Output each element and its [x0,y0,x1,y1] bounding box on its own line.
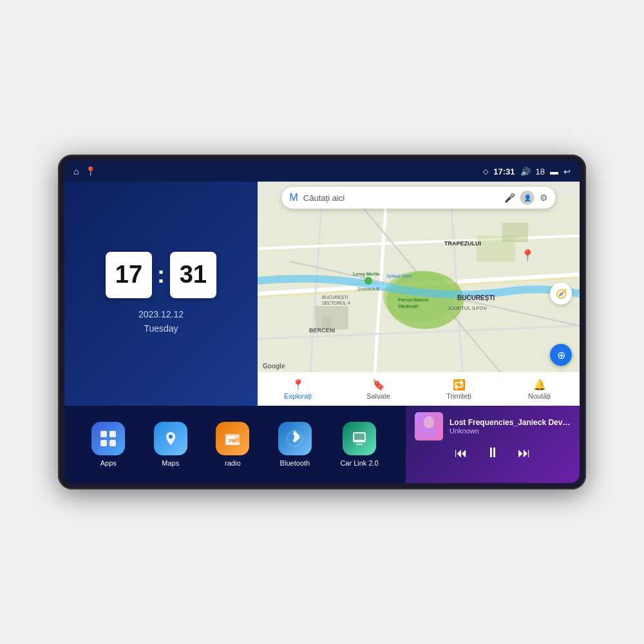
svg-text:Splaiul Unirii: Splaiul Unirii [386,274,412,279]
svg-point-26 [365,277,372,285]
apps-label: Apps [100,459,117,467]
music-title: Lost Frequencies_Janieck Devy-... [450,418,571,427]
day-value: Tuesday [138,321,184,336]
radio-app-icon: FM [216,422,249,455]
map-nav-news[interactable]: 🔔 Noutăți [499,379,580,400]
app-item-bluetooth[interactable]: Bluetooth [278,422,312,467]
status-left: ⌂ 📍 [73,166,96,176]
microphone-icon[interactable]: 🎤 [504,193,515,203]
svg-point-32 [169,435,173,439]
svg-text:JUDEȚUL ILFOV: JUDEȚUL ILFOV [448,305,488,311]
svg-text:Parcul Natural: Parcul Natural [398,298,429,302]
clock-hours: 17 [106,252,152,298]
app-item-maps[interactable]: Maps [154,422,187,467]
maps-label: Maps [162,459,179,467]
device-screen: ⌂ 📍 ◇ 17:31 🔊 18 ▬ ↩ 17 : [64,161,580,483]
svg-text:BUCUREȘTI: BUCUREȘTI [457,294,495,301]
svg-rect-43 [420,428,438,438]
top-section: 17 : 31 2023.12.12 Tuesday [64,182,580,406]
svg-rect-40 [356,444,363,445]
location-icon[interactable]: 📍 [85,166,96,176]
compass-button[interactable]: 🧭 [550,283,572,305]
svg-text:FM: FM [229,439,236,443]
radio-label: radio [225,459,240,467]
svg-text:BERCENI: BERCENI [309,327,336,334]
volume-icon: 🔊 [520,167,531,176]
svg-rect-15 [502,223,528,242]
gps-icon: ◇ [483,167,488,176]
main-content: 17 : 31 2023.12.12 Tuesday [64,182,580,483]
next-button[interactable]: ⏭ [518,446,531,459]
svg-rect-31 [109,440,116,446]
map-pin: 📍 [520,249,535,263]
map-panel[interactable]: TRAPEZULUI BUCUREȘTI JUDEȚUL ILFOV BERCE… [258,182,580,406]
map-nav-share[interactable]: 🔁 Trimiteți [419,379,499,400]
explore-label: Explorați [284,392,312,400]
apps-app-icon [91,422,125,455]
app-launcher: Apps Maps [64,406,406,483]
app-item-carlink[interactable]: Car Link 2.0 [340,422,378,467]
google-logo: Google [263,363,285,370]
music-controls: ⏮ ⏸ ⏭ [415,446,571,460]
bluetooth-label: Bluetooth [280,459,310,467]
map-search-placeholder: Căutați aici [303,193,499,203]
date-display: 2023.12.12 Tuesday [138,307,184,336]
svg-text:Văcărești: Văcărești [398,304,418,309]
saved-icon: 🔖 [372,379,385,391]
clock-minutes: 31 [170,252,216,298]
music-text: Lost Frequencies_Janieck Devy-... Unknow… [450,418,571,435]
status-bar: ⌂ 📍 ◇ 17:31 🔊 18 ▬ ↩ [64,161,580,182]
carlink-app-icon [343,422,376,455]
svg-rect-30 [100,440,107,446]
date-value: 2023.12.12 [138,307,184,321]
user-avatar[interactable]: 👤 [520,191,535,205]
status-right: ◇ 17:31 🔊 18 ▬ ↩ [483,167,571,176]
map-search-bar[interactable]: M Căutați aici 🎤 👤 ⚙ [282,187,556,209]
prev-button[interactable]: ⏮ [455,446,468,459]
saved-label: Salvate [366,392,390,400]
locate-button[interactable]: ⊕ [550,344,572,366]
play-pause-button[interactable]: ⏸ [486,446,500,460]
map-settings-icon[interactable]: ⚙ [540,193,548,203]
svg-point-36 [235,437,240,442]
maps-app-icon [154,422,187,455]
bottom-section: Apps Maps [64,406,580,483]
svg-text:Șoseaua B...: Șoseaua B... [357,287,383,292]
svg-rect-29 [109,431,116,437]
clock-colon: : [157,261,165,289]
svg-text:BUCUREȘTI: BUCUREȘTI [322,295,348,300]
svg-text:Leroy Merlin: Leroy Merlin [353,272,380,277]
svg-rect-35 [225,434,240,436]
home-icon[interactable]: ⌂ [73,166,79,176]
clock-panel: 17 : 31 2023.12.12 Tuesday [64,182,258,406]
volume-level: 18 [536,167,545,176]
app-item-radio[interactable]: FM radio [216,422,249,467]
share-icon: 🔁 [453,379,466,391]
svg-text:TRAPEZULUI: TRAPEZULUI [444,240,481,247]
carlink-label: Car Link 2.0 [340,459,378,467]
status-time: 17:31 [493,167,515,176]
svg-text:SECTORUL 4: SECTORUL 4 [322,301,350,305]
music-info-row: Lost Frequencies_Janieck Devy-... Unknow… [415,412,571,440]
svg-rect-39 [354,433,365,440]
music-artist: Unknown [450,427,571,435]
battery-icon: ▬ [550,167,558,176]
svg-point-42 [424,416,434,429]
svg-rect-28 [100,431,107,437]
news-label: Noutăți [528,392,551,400]
clock-display: 17 : 31 [106,252,216,298]
share-label: Trimiteți [446,392,471,400]
explore-icon: 📍 [292,379,305,391]
map-nav-saved[interactable]: 🔖 Salvate [338,379,419,400]
locate-icon: ⊕ [557,349,565,361]
music-player: Lost Frequencies_Janieck Devy-... Unknow… [406,406,580,483]
device-frame: ⌂ 📍 ◇ 17:31 🔊 18 ▬ ↩ 17 : [58,155,586,489]
app-item-apps[interactable]: Apps [91,422,125,467]
compass-icon: 🧭 [556,289,567,299]
music-thumbnail [415,412,443,440]
map-nav-explore[interactable]: 📍 Explorați [258,379,338,400]
maps-brand-icon: M [290,192,298,204]
bluetooth-app-icon [278,422,312,455]
news-icon: 🔔 [533,379,546,391]
back-icon[interactable]: ↩ [564,167,571,176]
